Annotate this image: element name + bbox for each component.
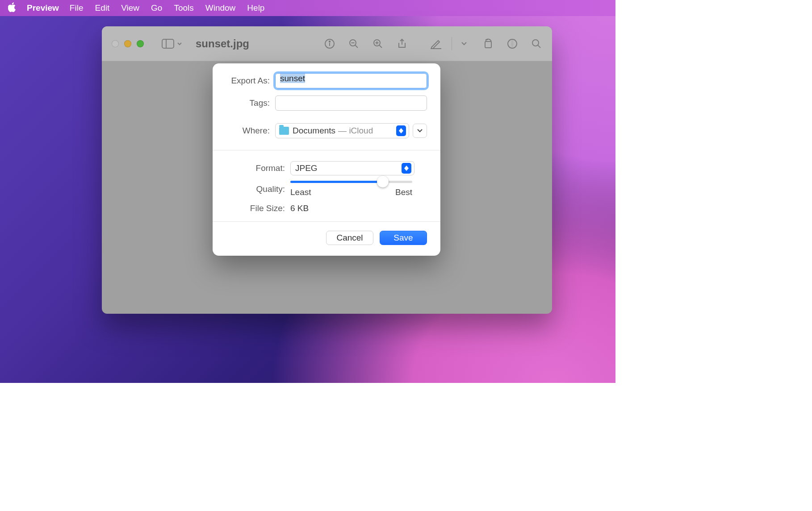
menu-file[interactable]: File: [70, 3, 84, 13]
svg-line-6: [355, 45, 358, 48]
menubar: Preview File Edit View Go Tools Window H…: [0, 0, 615, 16]
svg-rect-0: [162, 39, 174, 48]
expand-button[interactable]: [413, 124, 427, 138]
menubar-app-name[interactable]: Preview: [27, 3, 59, 13]
chevron-down-icon[interactable]: [458, 38, 470, 50]
quality-slider[interactable]: [290, 181, 412, 183]
svg-marker-21: [404, 168, 409, 171]
info-icon[interactable]: [324, 38, 335, 50]
tags-label: Tags:: [226, 98, 275, 108]
svg-point-4: [329, 41, 330, 42]
toolbar-divider: [452, 37, 452, 50]
window-title: sunset.jpg: [196, 37, 249, 50]
quality-label: Quality:: [226, 184, 290, 194]
menu-window[interactable]: Window: [205, 3, 236, 13]
up-down-icon: [396, 125, 406, 136]
folder-icon: [279, 127, 289, 135]
export-as-label: Export As:: [226, 76, 275, 86]
where-label: Where:: [226, 126, 275, 136]
sidebar-toggle[interactable]: [162, 39, 182, 49]
where-popup[interactable]: Documents — iCloud: [275, 123, 409, 138]
zoom-button[interactable]: [137, 40, 144, 47]
format-value: JPEG: [295, 163, 402, 173]
markup-icon[interactable]: [430, 38, 442, 50]
format-popup[interactable]: JPEG: [290, 161, 414, 175]
export-dialog: Export As: sunset Tags: Where: Documents…: [213, 63, 440, 256]
titlebar: sunset.jpg: [102, 26, 552, 61]
quality-best-label: Best: [395, 187, 412, 197]
menu-view[interactable]: View: [121, 3, 139, 13]
traffic-lights: [112, 40, 144, 47]
menu-edit[interactable]: Edit: [95, 3, 109, 13]
tags-input[interactable]: [275, 96, 427, 111]
format-label: Format:: [226, 163, 290, 173]
file-size-value: 6 KB: [290, 204, 309, 213]
close-button[interactable]: [112, 40, 119, 47]
menu-go[interactable]: Go: [151, 3, 162, 13]
svg-point-16: [532, 40, 539, 46]
markup-tip-icon[interactable]: [506, 38, 518, 50]
save-button[interactable]: Save: [380, 231, 427, 245]
minimize-button[interactable]: [124, 40, 131, 47]
rotate-icon[interactable]: [482, 38, 494, 50]
share-icon[interactable]: [396, 38, 408, 50]
quality-least-label: Least: [290, 187, 311, 197]
where-secondary: — iCloud: [338, 126, 373, 136]
export-filename-input[interactable]: sunset: [275, 73, 427, 88]
cancel-button[interactable]: Cancel: [326, 231, 373, 245]
svg-line-9: [379, 45, 382, 48]
menu-help[interactable]: Help: [247, 3, 264, 13]
file-size-label: File Size:: [226, 204, 290, 213]
apple-icon[interactable]: [8, 2, 17, 14]
svg-marker-19: [399, 131, 403, 133]
where-primary: Documents: [293, 126, 335, 136]
zoom-out-icon[interactable]: [348, 38, 360, 50]
menu-tools[interactable]: Tools: [174, 3, 193, 13]
svg-line-17: [538, 45, 540, 48]
search-icon[interactable]: [531, 38, 542, 50]
up-down-icon: [402, 163, 411, 174]
svg-rect-14: [485, 42, 491, 48]
zoom-in-icon[interactable]: [372, 38, 384, 50]
